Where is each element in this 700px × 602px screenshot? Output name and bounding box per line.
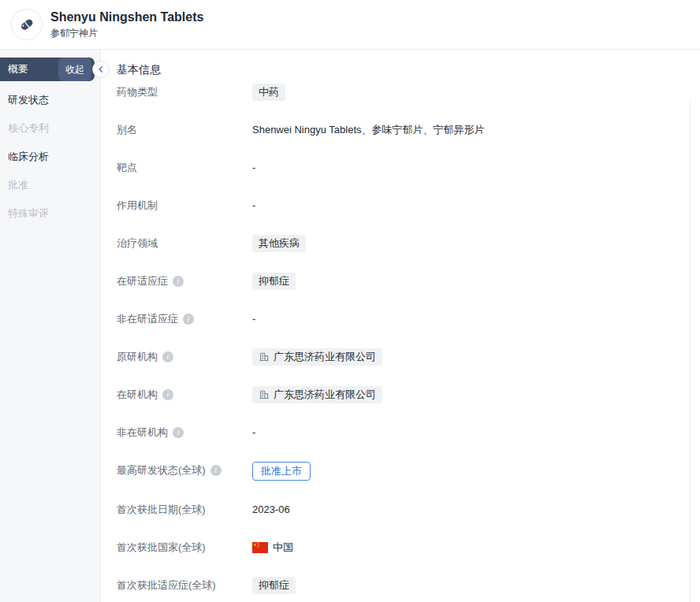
value-text: -: [252, 310, 255, 328]
field-label: 别名 i: [117, 121, 252, 139]
sidebar-item[interactable]: 研发状态: [0, 86, 100, 114]
tag: 抑郁症: [252, 577, 296, 594]
field-row: 首次获批国家(全球) i 中国: [117, 539, 700, 556]
field-label: 靶点 i: [117, 159, 252, 177]
tag: 中药: [252, 84, 285, 101]
field-value: 抑郁症: [252, 273, 296, 290]
sidebar-item-label: 特殊审评: [8, 206, 49, 221]
value-text: -: [252, 159, 255, 177]
field-label: 最高研发状态(全球) i: [117, 462, 252, 479]
info-icon[interactable]: i: [162, 351, 173, 362]
tag: 其他疾病: [252, 235, 306, 252]
sidebar-item-label: 批准: [8, 178, 28, 192]
field-value: -: [252, 310, 255, 328]
field-row: 别名 i Shenwei Ningyu Tablets、参味宁郁片、宁郁异形片: [117, 121, 700, 139]
field-value: 广东思济药业有限公司: [252, 348, 382, 366]
tag: 抑郁症: [252, 273, 296, 290]
main-content: 基本信息 药物类型 i 中药 别名 i Shenwei Ningyu Table…: [101, 50, 700, 602]
field-row: 最高研发状态(全球) i 批准上市: [117, 462, 700, 481]
field-label: 非在研机构 i: [117, 424, 252, 441]
drug-avatar: [11, 9, 43, 40]
field-label: 非在研适应症 i: [117, 310, 252, 328]
sidebar-item-label: 核心专利: [8, 121, 49, 136]
field-row: 在研机构 i 广东思济药业有限公司: [117, 386, 700, 403]
field-row: 首次获批适应症(全球) i 抑郁症: [117, 577, 700, 594]
value-text: 2023-06: [252, 501, 290, 518]
fields-list: 药物类型 i 中药 别名 i Shenwei Ningyu Tablets、参味…: [117, 84, 700, 594]
field-label: 首次获批日期(全球) i: [117, 501, 252, 518]
capsule-icon: [17, 15, 36, 34]
value-text: -: [252, 197, 255, 214]
back-button[interactable]: [92, 61, 110, 78]
field-value: -: [252, 159, 255, 177]
field-value: 中药: [252, 84, 285, 101]
sidebar-item-label: 概要: [8, 62, 28, 76]
field-row: 非在研适应症 i -: [117, 310, 700, 328]
info-icon[interactable]: i: [173, 276, 184, 287]
field-value: -: [252, 424, 255, 441]
org-name: 广东思济药业有限公司: [274, 386, 376, 403]
status-pill[interactable]: 批准上市: [252, 462, 311, 481]
field-label: 作用机制 i: [117, 197, 252, 214]
field-value: 其他疾病: [252, 235, 306, 252]
field-row: 非在研机构 i -: [117, 424, 700, 441]
field-row: 治疗领域 i 其他疾病: [117, 235, 700, 252]
sidebar-item[interactable]: 临床分析: [0, 143, 100, 171]
info-icon[interactable]: i: [183, 314, 194, 325]
field-value: 中国: [252, 539, 293, 556]
chevron-left-icon: [96, 65, 106, 74]
field-value: 批准上市: [252, 462, 311, 481]
sidebar-item: 批准: [0, 171, 100, 199]
field-row: 在研适应症 i 抑郁症: [117, 273, 700, 290]
org-tag[interactable]: 广东思济药业有限公司: [252, 386, 382, 403]
field-label: 首次获批适应症(全球) i: [117, 577, 252, 594]
sidebar: 概要 收起 研发状态 核心专利 临床分析 批准 特殊审评: [0, 50, 101, 602]
field-label: 治疗领域 i: [117, 235, 252, 252]
info-icon[interactable]: i: [173, 427, 184, 438]
info-icon[interactable]: i: [210, 465, 222, 476]
sidebar-item[interactable]: 概要 收起: [0, 58, 95, 81]
field-value: -: [252, 197, 255, 214]
sidebar-item: 特殊审评: [0, 199, 100, 228]
drug-subtitle: 参郁宁神片: [50, 27, 203, 39]
org-tag[interactable]: 广东思济药业有限公司: [252, 348, 382, 366]
field-value: 2023-06: [252, 501, 290, 518]
field-label: 在研适应症 i: [117, 273, 252, 290]
building-icon: [259, 351, 270, 362]
field-value: 广东思济药业有限公司: [252, 386, 382, 403]
field-label: 原研机构 i: [117, 348, 252, 366]
field-row: 药物类型 i 中药: [117, 84, 700, 101]
sidebar-item: 核心专利: [0, 114, 100, 143]
sidebar-item-label: 临床分析: [8, 150, 49, 164]
app-header: Shenyu Ningshen Tablets 参郁宁神片: [0, 0, 700, 50]
field-value: 抑郁症: [252, 577, 296, 594]
building-icon: [259, 389, 270, 400]
collapse-button[interactable]: 收起: [58, 58, 91, 81]
field-row: 作用机制 i -: [117, 197, 700, 214]
country-name: 中国: [273, 539, 293, 556]
right-divider: [690, 99, 691, 602]
china-flag-icon: [252, 542, 268, 553]
value-text: -: [252, 424, 255, 441]
org-name: 广东思济药业有限公司: [274, 348, 376, 366]
sidebar-item-label: 研发状态: [8, 93, 49, 107]
field-label: 在研机构 i: [117, 386, 252, 403]
field-label: 首次获批国家(全球) i: [117, 539, 252, 556]
section-title: 基本信息: [117, 61, 700, 77]
info-icon[interactable]: i: [162, 389, 173, 400]
drug-title: Shenyu Ningshen Tablets: [50, 9, 203, 25]
field-value: Shenwei Ningyu Tablets、参味宁郁片、宁郁异形片: [252, 121, 485, 139]
field-label: 药物类型 i: [117, 84, 252, 101]
field-row: 首次获批日期(全球) i 2023-06: [117, 501, 700, 518]
value-text: Shenwei Ningyu Tablets、参味宁郁片、宁郁异形片: [252, 121, 485, 139]
field-row: 靶点 i -: [117, 159, 700, 177]
field-row: 原研机构 i 广东思济药业有限公司: [117, 348, 700, 366]
